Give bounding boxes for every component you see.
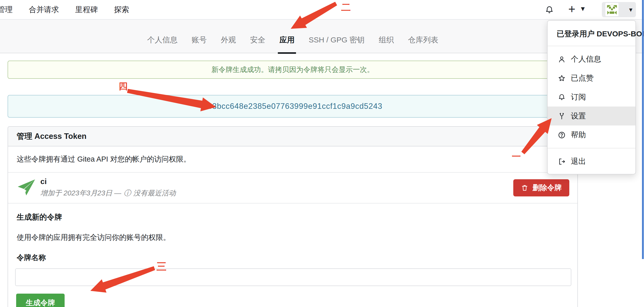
token-name-label: 令牌名称: [17, 253, 569, 263]
send-plane-icon: [16, 177, 37, 199]
menu-item-profile[interactable]: 个人信息: [548, 50, 635, 69]
panel-description-text: 这些令牌拥有通过 Gitea API 对您的帐户的访问权限。: [17, 154, 191, 164]
menu-item-label: 已点赞: [571, 73, 594, 83]
signed-in-user-header: 已登录用户 DEVOPS-BOT: [548, 21, 635, 46]
token-success-message: 新令牌生成成功。请拷贝因为令牌将只会显示一次。: [8, 61, 578, 79]
question-circle-icon: [558, 131, 566, 139]
menu-item-help[interactable]: 帮助: [548, 125, 635, 144]
success-message-text: 新令牌生成成功。请拷贝因为令牌将只会显示一次。: [211, 65, 374, 74]
tab-applications[interactable]: 应用: [279, 35, 294, 45]
annotation-label-four: 四: [119, 80, 128, 93]
user-avatar-button[interactable]: ▾: [602, 2, 636, 17]
tab-security[interactable]: 安全: [250, 35, 265, 45]
generate-token-button[interactable]: 生成令牌: [16, 294, 65, 307]
menu-item-label: 退出: [571, 156, 586, 167]
dropdown-item-list: 个人信息 已点赞 订阅 设置: [548, 46, 635, 171]
user-dropdown-menu: 已登录用户 DEVOPS-BOT 个人信息 已点赞 订阅: [547, 20, 636, 174]
delete-token-label: 删除令牌: [532, 183, 562, 193]
panel-title: 管理 Access Token: [17, 131, 87, 142]
token-name: ci: [40, 177, 47, 186]
new-token-value-box: 863bcc648e2385e07763999e91ccf1c9a9cd5243: [8, 95, 578, 118]
generate-token-section: 生成新的令牌 使用令牌的应用拥有完全访问你的账号的权限。 令牌名称 生成令牌: [8, 203, 577, 307]
tab-profile[interactable]: 个人信息: [147, 35, 177, 45]
delete-token-button[interactable]: 删除令牌: [513, 179, 569, 196]
page-scrollbar-thumb[interactable]: [642, 0, 644, 259]
generate-section-description: 使用令牌的应用拥有完全访问你的账号的权限。: [17, 233, 569, 243]
nav-item-admin[interactable]: 管理: [0, 5, 13, 15]
info-icon: ⓘ: [124, 188, 131, 198]
menu-item-label: 设置: [571, 111, 586, 121]
menu-item-sign-out[interactable]: 退出: [548, 152, 635, 171]
token-list-item: ci 增加于 2023年3月23日 — ⓘ 没有最近活动 删除令牌: [8, 173, 577, 203]
user-avatar: [605, 3, 619, 16]
token-meta: 增加于 2023年3月23日 — ⓘ 没有最近活动: [40, 188, 176, 198]
bell-icon: [558, 93, 566, 101]
star-icon: [558, 74, 566, 82]
menu-divider: [548, 148, 635, 148]
token-value-text: 863bcc648e2385e07763999e91ccf1c9a9cd5243: [203, 102, 383, 111]
notifications-bell-icon[interactable]: [545, 5, 554, 15]
token-last-activity: 没有最近活动: [133, 188, 176, 198]
top-navbar: 管理 合并请求 里程碑 探索 + ▾ ▾: [0, 0, 644, 20]
trash-icon: [521, 184, 528, 192]
tab-ssh-gpg-keys[interactable]: SSH / GPG 密钥: [309, 35, 365, 45]
nav-item-pull-requests[interactable]: 合并请求: [29, 5, 59, 15]
nav-item-explore[interactable]: 探索: [114, 5, 129, 15]
person-icon: [558, 55, 566, 63]
panel-description-row: 这些令牌拥有通过 Gitea API 对您的帐户的访问权限。: [8, 146, 577, 173]
sign-out-icon: [558, 158, 566, 166]
menu-item-starred[interactable]: 已点赞: [548, 69, 635, 88]
tab-appearance[interactable]: 外观: [221, 35, 236, 45]
token-name-input[interactable]: [15, 268, 571, 286]
nav-item-milestones[interactable]: 里程碑: [75, 5, 98, 15]
tab-repositories[interactable]: 仓库列表: [408, 35, 438, 45]
generate-section-title: 生成新的令牌: [17, 212, 569, 222]
menu-item-label: 个人信息: [571, 54, 601, 64]
wrench-icon: [558, 112, 566, 120]
token-added-date: 增加于 2023年3月23日 —: [40, 188, 121, 198]
tab-account[interactable]: 账号: [192, 35, 207, 45]
menu-item-subscriptions[interactable]: 订阅: [548, 88, 635, 107]
avatar-caret-icon: ▾: [629, 6, 632, 14]
create-new-caret-icon[interactable]: ▾: [581, 4, 585, 13]
settings-tabs: 个人信息 账号 外观 安全 应用 SSH / GPG 密钥 组织 仓库列表: [0, 20, 585, 53]
panel-header: 管理 Access Token: [8, 127, 577, 146]
create-new-button[interactable]: +: [568, 2, 575, 16]
navbar-links: 管理 合并请求 里程碑 探索: [1, 0, 129, 19]
menu-item-label: 订阅: [571, 92, 586, 102]
access-token-panel: 管理 Access Token 这些令牌拥有通过 Gitea API 对您的帐户…: [8, 126, 578, 307]
menu-item-settings[interactable]: 设置: [548, 107, 635, 125]
tab-organizations[interactable]: 组织: [379, 35, 394, 45]
menu-item-label: 帮助: [571, 130, 586, 140]
